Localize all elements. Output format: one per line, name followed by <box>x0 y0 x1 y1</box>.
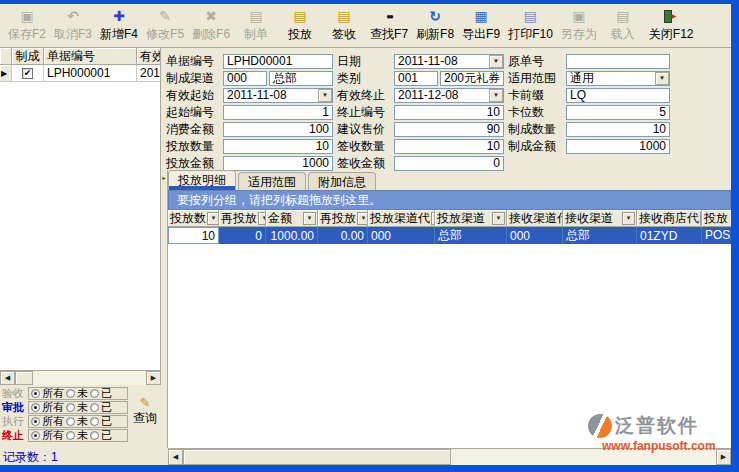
filter-dropdown-icon[interactable]: ▼ <box>207 212 219 225</box>
terminate-all-radio[interactable] <box>31 431 40 440</box>
export-button[interactable]: 导出F9 <box>458 6 504 46</box>
filter-dropdown-icon[interactable]: ▼ <box>258 212 266 225</box>
scrollbar-track[interactable] <box>33 371 146 385</box>
scroll-left-icon[interactable]: ◀ <box>168 449 183 465</box>
col-receive-store-code[interactable]: 接收商店代▼ <box>637 210 702 227</box>
find-button[interactable]: 查找F7 <box>366 6 412 46</box>
modify-button[interactable]: 修改F5 <box>142 6 188 46</box>
orig-no-field[interactable] <box>566 54 670 69</box>
accept-not-radio[interactable] <box>66 389 75 398</box>
tab-extra-info[interactable]: 附加信息 <box>308 172 376 190</box>
scroll-right-icon[interactable]: ▶ <box>146 371 161 385</box>
col-putout-channel-code[interactable]: 投放渠道代▼ <box>368 210 435 227</box>
cell-receive-channel[interactable]: 总部 <box>563 227 637 244</box>
made-channel-code-field[interactable]: 000 <box>223 71 267 86</box>
valid-to-cell[interactable]: 2011-12 <box>137 65 160 82</box>
cancel-button[interactable]: 取消F3 <box>50 6 96 46</box>
execute-done-radio[interactable] <box>90 417 99 426</box>
putout-amount-field[interactable]: 1000 <box>223 156 333 171</box>
panel-splitter[interactable]: ▸ <box>161 170 168 448</box>
scrollbar-thumb[interactable] <box>15 371 33 385</box>
tab-putout-detail[interactable]: 投放明细 <box>168 170 236 190</box>
accept-all-radio[interactable] <box>31 389 40 398</box>
approve-all-radio[interactable] <box>31 403 40 412</box>
filter-dropdown-icon[interactable]: ▼ <box>622 212 635 225</box>
made-channel-name-field[interactable]: 总部 <box>269 71 333 86</box>
chevron-down-icon[interactable]: ▼ <box>489 55 503 68</box>
putout-button[interactable]: 投放 <box>278 6 322 46</box>
made-amount-field[interactable]: 1000 <box>566 139 670 154</box>
save-button[interactable]: 保存F2 <box>4 6 50 46</box>
detail-grid-row[interactable]: 10 0 1000.00 0.00 000 总部 000 总部 01ZYD PO… <box>168 227 731 244</box>
save-as-button[interactable]: 另存为 <box>557 6 601 46</box>
suggest-price-field[interactable]: 90 <box>394 122 504 137</box>
load-button[interactable]: 载入 <box>601 6 645 46</box>
cell-putout-store[interactable]: POS直 <box>702 227 731 244</box>
made-cell[interactable]: ✔ <box>12 65 44 82</box>
col-receive-channel-code[interactable]: 接收渠道代▼ <box>507 210 563 227</box>
cell-re-putout-amt[interactable]: 0.00 <box>318 227 368 244</box>
made-checkbox[interactable]: ✔ <box>22 68 33 79</box>
filter-dropdown-icon[interactable]: ▼ <box>357 212 368 225</box>
execute-all-radio[interactable] <box>31 417 40 426</box>
col-putout-store[interactable]: 投放▼ <box>702 210 731 227</box>
scrollbar-thumb[interactable] <box>183 449 451 465</box>
terminate-not-radio[interactable] <box>66 431 75 440</box>
chevron-down-icon[interactable]: ▼ <box>318 89 332 102</box>
category-code-field[interactable]: 001 <box>394 71 438 86</box>
sign-qty-field[interactable]: 10 <box>394 139 504 154</box>
scroll-left-icon[interactable]: ◀ <box>0 371 15 385</box>
master-grid-row[interactable]: ▶ ✔ LPH000001 2011-12 <box>0 65 160 82</box>
col-amount[interactable]: 金额▼ <box>266 210 318 227</box>
start-no-field[interactable]: 1 <box>223 105 333 120</box>
delete-button[interactable]: 删除F6 <box>188 6 234 46</box>
cell-re-putout[interactable]: 0 <box>219 227 266 244</box>
make-doc-button[interactable]: 制单 <box>234 6 278 46</box>
doc-no-cell[interactable]: LPH000001 <box>44 65 137 82</box>
cell-putout-qty[interactable]: 10 <box>168 227 219 244</box>
date-field[interactable]: 2011-11-08▼ <box>394 54 504 69</box>
doc-no-field[interactable]: LPHD00001 <box>223 54 333 69</box>
sign-receive-button[interactable]: 签收 <box>322 6 366 46</box>
col-re-putout[interactable]: 再投放▼ <box>219 210 266 227</box>
card-prefix-field[interactable]: LQ <box>566 88 670 103</box>
column-header-doc-no[interactable]: 单据编号 <box>44 48 137 65</box>
column-header-valid-to[interactable]: 有效终 <box>137 48 160 65</box>
category-name-field[interactable]: 200元礼券 <box>440 71 504 86</box>
col-putout-qty[interactable]: 投放数▼ <box>168 210 219 227</box>
approve-not-radio[interactable] <box>66 403 75 412</box>
approve-done-radio[interactable] <box>90 403 99 412</box>
tab-scope[interactable]: 适用范围 <box>238 172 306 190</box>
query-button[interactable]: ✎ 查询 <box>130 392 160 430</box>
scope-field[interactable]: 通用▼ <box>566 71 670 86</box>
putout-qty-field[interactable]: 10 <box>223 139 333 154</box>
group-by-dropzone[interactable]: 要按列分组，请把列标题拖放到这里。 <box>168 190 731 210</box>
refresh-button[interactable]: 刷新F8 <box>412 6 458 46</box>
valid-from-field[interactable]: 2011-11-08▼ <box>223 88 333 103</box>
chevron-down-icon[interactable]: ▼ <box>489 89 503 102</box>
close-button[interactable]: ►关闭F12 <box>645 6 698 46</box>
column-header-made[interactable]: 制成 <box>12 48 44 65</box>
sign-amount-field[interactable]: 0 <box>394 156 504 171</box>
cell-amount[interactable]: 1000.00 <box>266 227 318 244</box>
cell-receive-store-code[interactable]: 01ZYD <box>637 227 702 244</box>
execute-not-radio[interactable] <box>66 417 75 426</box>
cell-putout-channel-code[interactable]: 000 <box>368 227 435 244</box>
col-re-putout-amt[interactable]: 再投放▼ <box>318 210 368 227</box>
made-qty-field[interactable]: 10 <box>566 122 670 137</box>
end-no-field[interactable]: 10 <box>394 105 504 120</box>
accept-done-radio[interactable] <box>90 389 99 398</box>
print-button[interactable]: 打印F10 <box>504 6 557 46</box>
terminate-done-radio[interactable] <box>90 431 99 440</box>
consume-amount-field[interactable]: 100 <box>223 122 333 137</box>
cell-putout-channel[interactable]: 总部 <box>435 227 507 244</box>
card-digits-field[interactable]: 5 <box>566 105 670 120</box>
add-button[interactable]: 新增F4 <box>96 6 142 46</box>
cell-receive-channel-code[interactable]: 000 <box>507 227 563 244</box>
col-receive-channel[interactable]: 接收渠道▼ <box>563 210 637 227</box>
valid-to-field[interactable]: 2011-12-08▼ <box>394 88 504 103</box>
filter-dropdown-icon[interactable]: ▼ <box>492 212 505 225</box>
chevron-down-icon[interactable]: ▼ <box>655 72 669 85</box>
filter-dropdown-icon[interactable]: ▼ <box>303 212 316 225</box>
col-putout-channel[interactable]: 投放渠道▼ <box>435 210 507 227</box>
